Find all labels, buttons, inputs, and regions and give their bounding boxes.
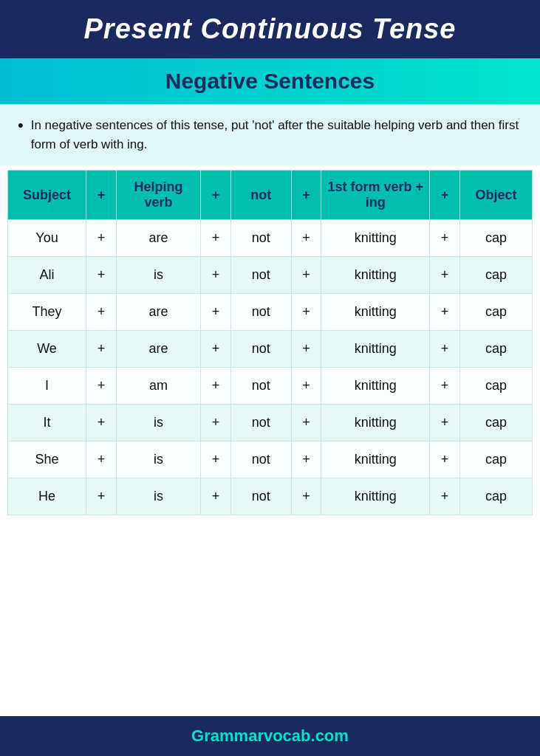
- col-header-helping: Helping verb: [116, 171, 200, 220]
- info-box: • In negative sentences of this tense, p…: [0, 104, 540, 165]
- cell-subject: It: [8, 405, 86, 441]
- cell-plus4: +: [430, 294, 460, 331]
- table-wrapper: Subject + Helping verb + not + 1st form …: [0, 165, 540, 716]
- cell-plus1: +: [86, 294, 117, 331]
- cell-verb: knitting: [321, 257, 430, 294]
- cell-helping: are: [116, 220, 200, 257]
- cell-plus1: +: [86, 220, 117, 257]
- subtitle-text: Negative Sentences: [15, 69, 525, 94]
- cell-plus4: +: [430, 220, 460, 257]
- col-header-verb: 1st form verb + ing: [321, 171, 430, 220]
- col-header-plus4: +: [430, 171, 460, 220]
- cell-helping: is: [116, 441, 200, 478]
- conjugation-table: Subject + Helping verb + not + 1st form …: [7, 170, 533, 515]
- cell-object: cap: [460, 405, 533, 441]
- page-header: Present Continuous Tense: [0, 0, 540, 58]
- cell-object: cap: [460, 368, 533, 405]
- cell-plus2: +: [201, 220, 231, 257]
- cell-not: not: [230, 220, 291, 257]
- col-header-subject: Subject: [8, 171, 86, 220]
- cell-plus4: +: [430, 257, 460, 294]
- cell-helping: is: [116, 405, 200, 441]
- cell-plus2: +: [201, 368, 231, 405]
- bullet-point: •: [18, 116, 24, 135]
- cell-plus4: +: [430, 368, 460, 405]
- table-row: We+are+not+knitting+cap: [8, 331, 533, 368]
- cell-plus3: +: [291, 441, 321, 478]
- cell-plus4: +: [430, 441, 460, 478]
- table-row: She+is+not+knitting+cap: [8, 441, 533, 478]
- table-row: Ali+is+not+knitting+cap: [8, 257, 533, 294]
- cell-helping: are: [116, 331, 200, 368]
- info-text: • In negative sentences of this tense, p…: [18, 116, 522, 154]
- cell-verb: knitting: [321, 220, 430, 257]
- cell-subject: We: [8, 331, 86, 368]
- cell-plus3: +: [291, 405, 321, 441]
- cell-plus3: +: [291, 257, 321, 294]
- cell-plus1: +: [86, 441, 117, 478]
- footer-text: Grammarvocab.com: [15, 726, 525, 746]
- cell-subject: You: [8, 220, 86, 257]
- cell-verb: knitting: [321, 331, 430, 368]
- cell-plus4: +: [430, 331, 460, 368]
- cell-object: cap: [460, 294, 533, 331]
- table-row: They+are+not+knitting+cap: [8, 294, 533, 331]
- cell-subject: He: [8, 478, 86, 515]
- cell-subject: I: [8, 368, 86, 405]
- cell-plus2: +: [201, 441, 231, 478]
- cell-not: not: [230, 331, 291, 368]
- table-body: You+are+not+knitting+capAli+is+not+knitt…: [8, 220, 533, 515]
- cell-plus1: +: [86, 478, 117, 515]
- cell-verb: knitting: [321, 478, 430, 515]
- cell-not: not: [230, 368, 291, 405]
- cell-subject: Ali: [8, 257, 86, 294]
- page-footer: Grammarvocab.com: [0, 716, 540, 756]
- cell-verb: knitting: [321, 294, 430, 331]
- cell-plus3: +: [291, 478, 321, 515]
- cell-subject: They: [8, 294, 86, 331]
- cell-plus1: +: [86, 257, 117, 294]
- cell-plus3: +: [291, 220, 321, 257]
- table-header: Subject + Helping verb + not + 1st form …: [8, 171, 533, 220]
- col-header-plus1: +: [86, 171, 117, 220]
- col-header-plus3: +: [291, 171, 321, 220]
- cell-plus1: +: [86, 331, 117, 368]
- table-row: You+are+not+knitting+cap: [8, 220, 533, 257]
- cell-plus3: +: [291, 331, 321, 368]
- cell-not: not: [230, 405, 291, 441]
- cell-subject: She: [8, 441, 86, 478]
- col-header-plus2: +: [201, 171, 231, 220]
- cell-verb: knitting: [321, 405, 430, 441]
- cell-plus2: +: [201, 257, 231, 294]
- cell-helping: is: [116, 478, 200, 515]
- cell-plus2: +: [201, 331, 231, 368]
- cell-not: not: [230, 441, 291, 478]
- col-header-object: Object: [460, 171, 533, 220]
- table-row: He+is+not+knitting+cap: [8, 478, 533, 515]
- cell-plus1: +: [86, 405, 117, 441]
- cell-object: cap: [460, 257, 533, 294]
- page-title: Present Continuous Tense: [15, 13, 525, 45]
- cell-helping: am: [116, 368, 200, 405]
- cell-plus4: +: [430, 478, 460, 515]
- info-description: In negative sentences of this tense, put…: [31, 116, 522, 154]
- cell-not: not: [230, 294, 291, 331]
- cell-plus3: +: [291, 368, 321, 405]
- cell-object: cap: [460, 331, 533, 368]
- cell-object: cap: [460, 441, 533, 478]
- subtitle-bar: Negative Sentences: [0, 58, 540, 104]
- table-row: I+am+not+knitting+cap: [8, 368, 533, 405]
- table-row: It+is+not+knitting+cap: [8, 405, 533, 441]
- cell-verb: knitting: [321, 368, 430, 405]
- cell-plus2: +: [201, 405, 231, 441]
- cell-verb: knitting: [321, 441, 430, 478]
- header-row: Subject + Helping verb + not + 1st form …: [8, 171, 533, 220]
- cell-plus2: +: [201, 478, 231, 515]
- cell-plus3: +: [291, 294, 321, 331]
- cell-helping: is: [116, 257, 200, 294]
- cell-object: cap: [460, 220, 533, 257]
- cell-plus4: +: [430, 405, 460, 441]
- col-header-not: not: [230, 171, 291, 220]
- cell-plus2: +: [201, 294, 231, 331]
- cell-not: not: [230, 478, 291, 515]
